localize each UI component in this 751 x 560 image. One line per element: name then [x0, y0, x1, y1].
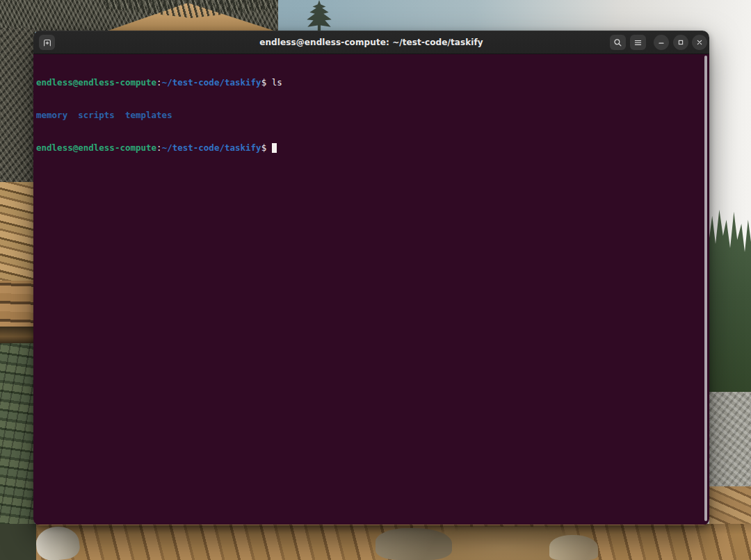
wallpaper-beam [0, 327, 35, 345]
terminal-window: endless@endless-compute: ~/test-code/tas… [33, 31, 709, 525]
prompt-dollar: $ [261, 142, 272, 153]
wallpaper-stone [549, 535, 598, 560]
wallpaper-shingles [0, 182, 35, 286]
prompt-separator: : [156, 77, 162, 88]
wallpaper-rock-slope [709, 392, 751, 493]
scrollbar[interactable] [704, 56, 707, 521]
terminal-screen[interactable]: endless@endless-compute:~/test-code/task… [33, 54, 709, 525]
terminal-line-prompt-2: endless@endless-compute:~/test-code/task… [36, 142, 704, 154]
minimize-icon [657, 38, 665, 47]
headerbar[interactable]: endless@endless-compute: ~/test-code/tas… [33, 31, 709, 54]
wallpaper-forest [709, 206, 751, 407]
wallpaper-stone [376, 528, 452, 560]
prompt-user: endless@endless-compute [36, 142, 156, 153]
terminal-line-output: memory scripts templates [36, 110, 704, 121]
maximize-icon [677, 38, 685, 47]
prompt-dollar: $ [261, 77, 272, 88]
terminal-line-prompt-1: endless@endless-compute:~/test-code/task… [36, 77, 704, 88]
close-icon [695, 38, 704, 47]
command-text: ls [272, 77, 282, 88]
wallpaper-dark-corner [0, 524, 36, 560]
close-button[interactable] [692, 35, 707, 50]
desktop-wallpaper: endless@endless-compute: ~/test-code/tas… [0, 0, 751, 560]
menu-button[interactable] [630, 35, 646, 50]
minimize-button[interactable] [654, 35, 669, 50]
prompt-path: ~/test-code/taskify [162, 77, 261, 88]
maximize-button[interactable] [673, 35, 688, 50]
wallpaper-branches [0, 28, 35, 188]
prompt-path: ~/test-code/taskify [162, 142, 261, 153]
window-title: endless@endless-compute: ~/test-code/tas… [33, 31, 709, 54]
prompt-separator: : [156, 142, 162, 153]
menu-icon [633, 38, 643, 47]
search-button[interactable] [610, 35, 626, 50]
search-icon [613, 38, 622, 47]
terminal-cursor [272, 143, 277, 153]
wallpaper-spruce-tree [303, 0, 335, 32]
ls-output: memory scripts templates [36, 110, 172, 120]
prompt-user: endless@endless-compute [36, 77, 156, 88]
